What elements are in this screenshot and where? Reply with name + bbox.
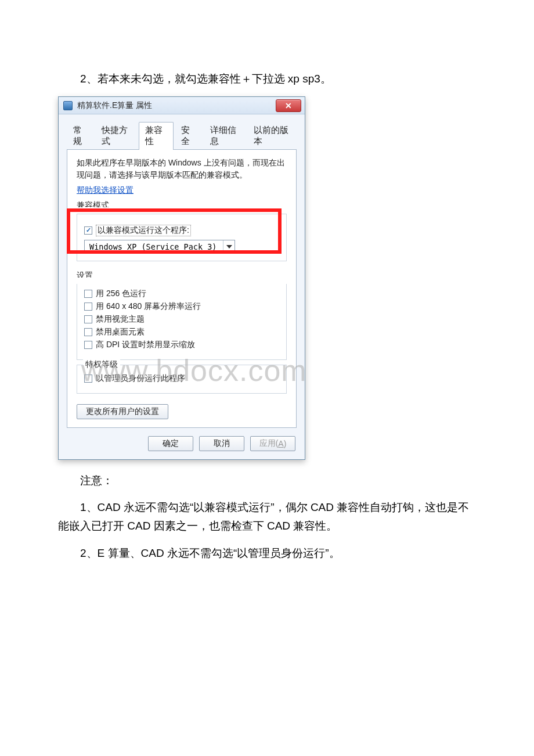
tabstrip: 常规 快捷方式 兼容性 安全 详细信息 以前的版本 <box>59 114 305 149</box>
close-button[interactable]: ✕ <box>276 99 301 112</box>
label-640x480: 用 640 x 480 屏幕分辨率运行 <box>96 301 201 312</box>
combo-os-value: Windows XP (Service Pack 3) <box>85 242 223 251</box>
row-disable-theme: 禁用视觉主题 <box>84 314 279 325</box>
intro-line-1: 如果此程序在早期版本的 Windows 上没有问题，而现在出 <box>77 157 287 168</box>
dialog-button-bar: 确定 取消 应用(A) <box>59 428 305 459</box>
checkbox-disable-theme[interactable] <box>84 315 92 323</box>
change-all-users-button[interactable]: 更改所有用户的设置 <box>77 404 168 419</box>
cancel-button[interactable]: 取消 <box>199 436 244 451</box>
fieldset-privilege: 特权等级 以管理员身份运行此程序 <box>77 365 287 394</box>
window-title: 精算软件.E算量 属性 <box>77 100 276 111</box>
chevron-down-icon <box>223 240 234 253</box>
tab-general[interactable]: 常规 <box>67 122 94 150</box>
label-disable-desktop: 禁用桌面元素 <box>96 327 145 337</box>
intro-line-2: 现问题，请选择与该早期版本匹配的兼容模式。 <box>77 169 287 181</box>
doc-note-heading: 注意： <box>58 471 476 490</box>
fieldset-settings: 用 256 色运行 用 640 x 480 屏幕分辨率运行 禁用视觉主题 禁用桌… <box>77 284 287 360</box>
group-label-privilege: 特权等级 <box>83 359 120 370</box>
label-run-as-admin: 以管理员身份运行此程序 <box>96 373 185 384</box>
row-disable-desktop: 禁用桌面元素 <box>84 327 279 337</box>
row-run-as-admin: 以管理员身份运行此程序 <box>84 373 279 384</box>
tab-previous-versions[interactable]: 以前的版本 <box>247 122 297 150</box>
group-label-settings: 设置 <box>77 267 287 279</box>
help-link[interactable]: 帮助我选择设置 <box>77 185 134 196</box>
ok-button[interactable]: 确定 <box>148 436 193 451</box>
checkbox-run-as-admin[interactable] <box>84 375 92 383</box>
checkbox-640x480[interactable] <box>84 303 92 311</box>
row-640x480: 用 640 x 480 屏幕分辨率运行 <box>84 301 279 312</box>
label-256-color: 用 256 色运行 <box>96 289 146 299</box>
doc-note-1: 1、CAD 永远不需勾选“以兼容模式运行”，偶尔 CAD 兼容性自动打钩，这也是… <box>58 498 476 536</box>
tab-security[interactable]: 安全 <box>175 122 202 150</box>
app-icon <box>63 101 73 110</box>
apply-button[interactable]: 应用(A) <box>250 436 295 451</box>
row-disable-dpi: 高 DPI 设置时禁用显示缩放 <box>84 340 279 350</box>
label-disable-dpi: 高 DPI 设置时禁用显示缩放 <box>96 340 195 350</box>
titlebar: 精算软件.E算量 属性 ✕ <box>59 97 305 114</box>
tab-compatibility[interactable]: 兼容性 <box>139 122 174 150</box>
label-disable-theme: 禁用视觉主题 <box>96 314 145 325</box>
tab-panel-compatibility: 如果此程序在早期版本的 Windows 上没有问题，而现在出 现问题，请选择与该… <box>67 149 297 428</box>
row-256-color: 用 256 色运行 <box>84 289 279 299</box>
tab-shortcut[interactable]: 快捷方式 <box>95 122 138 150</box>
row-compat-mode: 以兼容模式运行这个程序: <box>84 225 279 236</box>
properties-dialog: 精算软件.E算量 属性 ✕ 常规 快捷方式 兼容性 安全 详细信息 以前的版本 … <box>58 96 305 460</box>
tab-details[interactable]: 详细信息 <box>204 122 246 150</box>
doc-line-1: 2、若本来未勾选，就勾选兼容性＋下拉选 xp sp3。 <box>58 70 476 88</box>
close-icon: ✕ <box>285 101 292 110</box>
label-compat-mode: 以兼容模式运行这个程序: <box>96 225 191 236</box>
combo-os-version[interactable]: Windows XP (Service Pack 3) <box>84 240 235 254</box>
group-label-compat: 兼容模式 <box>77 197 287 209</box>
checkbox-256-color[interactable] <box>84 290 92 298</box>
checkbox-compat-mode[interactable] <box>84 226 92 235</box>
doc-note-2: 2、E 算量、CAD 永远不需勾选“以管理员身份运行”。 <box>58 544 476 563</box>
checkbox-disable-desktop[interactable] <box>84 328 92 336</box>
checkbox-disable-dpi[interactable] <box>84 341 92 349</box>
fieldset-compat-mode: 以兼容模式运行这个程序: Windows XP (Service Pack 3) <box>77 214 287 261</box>
